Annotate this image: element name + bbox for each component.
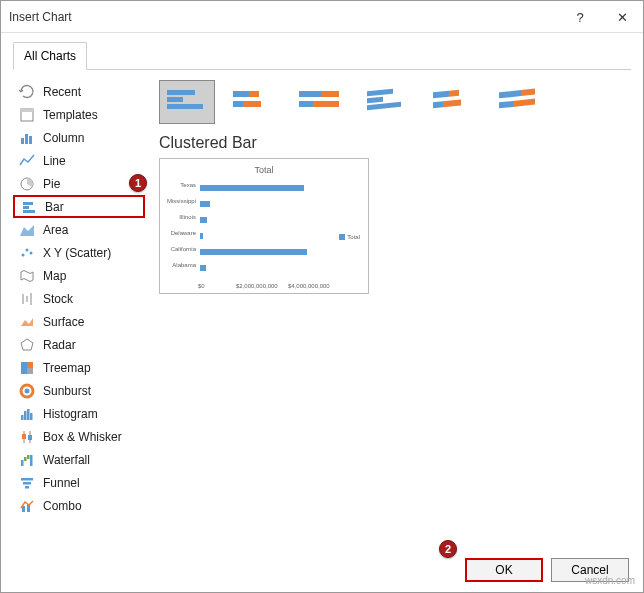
svg-rect-60 <box>513 99 535 107</box>
subtype-3d-100-stacked-bar[interactable] <box>489 80 545 124</box>
tab-all-charts[interactable]: All Charts <box>13 42 87 70</box>
funnel-icon <box>19 475 35 491</box>
templates-icon <box>19 107 35 123</box>
combo-icon <box>19 498 35 514</box>
nav-map[interactable]: Map <box>13 264 145 287</box>
callout-badge-2: 2 <box>439 540 457 558</box>
nav-xy[interactable]: X Y (Scatter) <box>13 241 145 264</box>
subtype-title: Clustered Bar <box>159 134 631 152</box>
svg-rect-41 <box>167 104 203 109</box>
area-icon <box>19 222 35 238</box>
svg-rect-44 <box>233 101 243 107</box>
watermark: wsxdn.com <box>585 575 635 586</box>
svg-rect-29 <box>28 435 32 440</box>
svg-point-12 <box>30 251 33 254</box>
bar-texas <box>200 185 304 191</box>
nav-pie[interactable]: Pie 1 <box>13 172 145 195</box>
svg-rect-53 <box>433 91 449 99</box>
svg-rect-49 <box>313 101 339 107</box>
svg-rect-57 <box>499 90 521 98</box>
nav-box[interactable]: Box & Whisker <box>13 425 145 448</box>
bar-mississippi <box>200 201 210 207</box>
axis-tick: $4,000,000,000 <box>288 283 330 289</box>
nav-line[interactable]: Line <box>13 149 145 172</box>
nav-area[interactable]: Area <box>13 218 145 241</box>
svg-rect-47 <box>321 91 339 97</box>
nav-stock[interactable]: Stock <box>13 287 145 310</box>
subtype-3d-stacked-bar[interactable] <box>423 80 479 124</box>
bar-icon <box>21 199 37 215</box>
subtype-clustered-bar[interactable] <box>159 80 215 124</box>
svg-rect-27 <box>22 434 26 439</box>
svg-rect-30 <box>21 460 24 466</box>
close-button[interactable]: ✕ <box>601 1 643 33</box>
cat-label: Alabama <box>166 262 196 268</box>
svg-rect-18 <box>27 362 33 368</box>
svg-rect-25 <box>30 413 33 420</box>
surface-icon <box>19 314 35 330</box>
svg-rect-34 <box>21 478 33 481</box>
nav-radar[interactable]: Radar <box>13 333 145 356</box>
help-button[interactable]: ? <box>559 1 601 33</box>
sunburst-icon <box>19 383 35 399</box>
nav-label: Surface <box>43 315 84 329</box>
pie-icon <box>19 176 35 192</box>
ok-button[interactable]: OK <box>465 558 543 582</box>
svg-rect-50 <box>367 89 393 97</box>
nav-bar[interactable]: Bar <box>13 195 145 218</box>
nav-templates[interactable]: Templates <box>13 103 145 126</box>
nav-label: Pie <box>43 177 60 191</box>
subtype-3d-clustered-bar[interactable] <box>357 80 413 124</box>
nav-sunburst[interactable]: Sunburst <box>13 379 145 402</box>
nav-label: Recent <box>43 85 81 99</box>
nav-recent[interactable]: Recent <box>13 80 145 103</box>
svg-rect-19 <box>27 368 33 374</box>
axis-tick: $2,000,000,000 <box>236 283 278 289</box>
subtype-stacked-bar[interactable] <box>225 80 281 124</box>
nav-combo[interactable]: Combo <box>13 494 145 517</box>
cat-label: California <box>166 246 196 252</box>
svg-rect-59 <box>499 101 513 108</box>
bar-california <box>200 249 307 255</box>
scatter-icon <box>19 245 35 261</box>
svg-rect-42 <box>233 91 249 97</box>
svg-rect-43 <box>249 91 259 97</box>
nav-label: Combo <box>43 499 82 513</box>
nav-label: Radar <box>43 338 76 352</box>
preview-legend: Total <box>339 234 360 240</box>
nav-surface[interactable]: Surface <box>13 310 145 333</box>
svg-rect-23 <box>24 411 27 420</box>
chart-category-list: Recent Templates Column Line Pie 1 Bar A… <box>13 80 145 550</box>
svg-rect-55 <box>433 101 443 108</box>
nav-treemap[interactable]: Treemap <box>13 356 145 379</box>
recent-icon <box>19 84 35 100</box>
svg-rect-17 <box>21 362 27 374</box>
svg-rect-45 <box>243 101 261 107</box>
nav-label: Templates <box>43 108 98 122</box>
nav-label: Sunburst <box>43 384 91 398</box>
bar-illinois <box>200 217 207 223</box>
cat-label: Texas <box>166 182 196 188</box>
radar-icon <box>19 337 35 353</box>
svg-rect-51 <box>367 97 383 104</box>
legend-label: Total <box>347 234 360 240</box>
svg-rect-35 <box>23 482 31 485</box>
subtype-100-stacked-bar[interactable] <box>291 80 347 124</box>
nav-funnel[interactable]: Funnel <box>13 471 145 494</box>
svg-rect-4 <box>29 136 32 144</box>
chart-preview[interactable]: Total Texas Mississippi Illinois Delawar… <box>159 158 369 294</box>
map-icon <box>19 268 35 284</box>
svg-rect-33 <box>30 455 33 466</box>
nav-waterfall[interactable]: Waterfall <box>13 448 145 471</box>
cat-label: Mississippi <box>166 198 196 204</box>
cat-label: Delaware <box>166 230 196 236</box>
titlebar: Insert Chart ? ✕ <box>1 1 643 33</box>
nav-histogram[interactable]: Histogram <box>13 402 145 425</box>
nav-label: Stock <box>43 292 73 306</box>
svg-rect-1 <box>21 109 33 112</box>
subtype-list <box>159 80 631 124</box>
svg-rect-22 <box>21 415 24 420</box>
nav-column[interactable]: Column <box>13 126 145 149</box>
nav-label: Bar <box>45 200 64 214</box>
dialog-title: Insert Chart <box>9 10 72 24</box>
